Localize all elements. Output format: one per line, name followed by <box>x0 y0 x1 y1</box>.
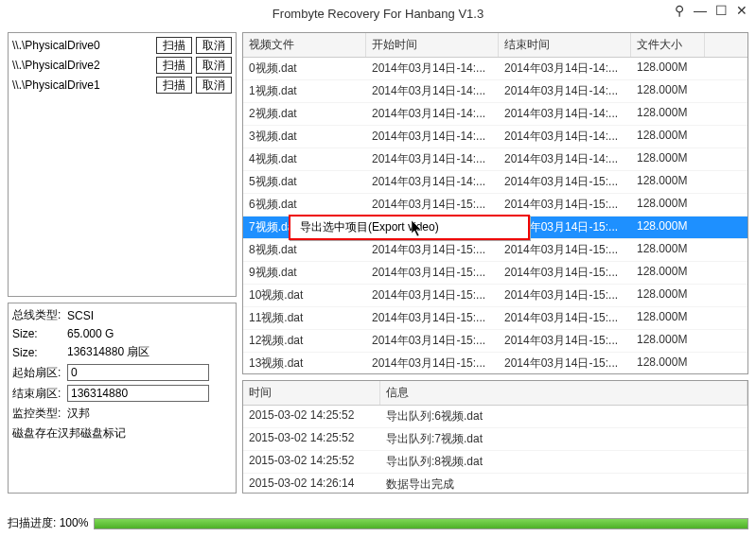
table-row[interactable]: 9视频.dat2014年03月14日-15:...2014年03月14日-15:… <box>243 262 747 285</box>
log-row[interactable]: 2015-03-02 14:25:52导出队列:7视频.dat <box>243 428 747 451</box>
cell-end: 2014年03月14日-15:... <box>499 307 631 329</box>
col-time[interactable]: 时间 <box>243 381 380 405</box>
cancel-button[interactable]: 取消 <box>196 77 232 94</box>
export-video-menu-item[interactable]: 导出选中项目(Export video) <box>290 217 528 238</box>
end-sector-label: 结束扇区: <box>12 386 67 402</box>
cell-end: 2014年03月14日-14:... <box>499 58 631 79</box>
scan-button[interactable]: 扫描 <box>156 57 192 74</box>
col-size[interactable]: 文件大小 <box>631 33 705 57</box>
log-grid-body[interactable]: 2015-03-02 14:25:52导出队列:6视频.dat2015-03-0… <box>243 406 747 494</box>
cell-size: 128.000M <box>631 330 705 352</box>
drive-name[interactable]: \\.\PhysicalDrive1 <box>12 78 152 92</box>
table-row[interactable]: 0视频.dat2014年03月14日-14:...2014年03月14日-14:… <box>243 58 747 80</box>
status-bar: 扫描进度: 100% <box>8 515 748 531</box>
cell-size: 128.000M <box>631 239 705 261</box>
cancel-button[interactable]: 取消 <box>196 37 232 54</box>
disk-info-panel: 总线类型:SCSI Size:65.000 G Size:136314880 扇… <box>8 303 237 494</box>
cell-size: 128.000M <box>631 126 705 147</box>
log-row[interactable]: 2015-03-02 14:26:14数据导出完成 <box>243 474 747 494</box>
table-row[interactable]: 4视频.dat2014年03月14日-14:...2014年03月14日-14:… <box>243 148 747 171</box>
cell-time: 2015-03-02 14:26:14 <box>243 474 380 494</box>
start-sector-input[interactable] <box>67 364 209 381</box>
log-grid: 时间 信息 2015-03-02 14:25:52导出队列:6视频.dat201… <box>242 380 748 494</box>
col-msg[interactable]: 信息 <box>380 381 747 405</box>
col-name[interactable]: 视频文件 <box>243 33 366 57</box>
drive-row: \\.\PhysicalDrive2扫描取消 <box>12 57 232 74</box>
drive-name[interactable]: \\.\PhysicalDrive0 <box>12 39 152 52</box>
cell-msg: 导出队列:7视频.dat <box>380 428 747 450</box>
disk-mark-text: 磁盘存在汉邦磁盘标记 <box>12 425 232 442</box>
log-grid-header: 时间 信息 <box>243 381 747 406</box>
cell-size: 128.000M <box>631 353 705 374</box>
cell-end: 2014年03月14日-14:... <box>499 103 631 125</box>
cell-time: 2015-03-02 14:25:52 <box>243 406 380 427</box>
cell-size: 128.000M <box>631 80 705 102</box>
cell-name: 11视频.dat <box>243 307 366 329</box>
size-g-value: 65.000 G <box>67 327 232 340</box>
cell-name: 13视频.dat <box>243 353 366 374</box>
table-row[interactable]: 11视频.dat2014年03月14日-15:...2014年03月14日-15… <box>243 307 747 330</box>
cell-end: 2014年03月14日-14:... <box>499 80 631 102</box>
table-row[interactable]: 13视频.dat2014年03月14日-15:...2014年03月14日-15… <box>243 353 747 374</box>
col-end[interactable]: 结束时间 <box>499 33 631 57</box>
cell-name: 6视频.dat <box>243 194 366 216</box>
table-row[interactable]: 8视频.dat2014年03月14日-15:...2014年03月14日-15:… <box>243 239 747 262</box>
table-row[interactable]: 6视频.dat2014年03月14日-15:...2014年03月14日-15:… <box>243 194 747 217</box>
cell-start: 2014年03月14日-14:... <box>366 171 499 193</box>
log-row[interactable]: 2015-03-02 14:25:52导出队列:8视频.dat <box>243 451 747 474</box>
close-icon[interactable]: ✕ <box>735 4 748 17</box>
maximize-icon[interactable]: ☐ <box>714 4 728 17</box>
scan-button[interactable]: 扫描 <box>156 77 192 94</box>
scan-progress-label: 扫描进度: 100% <box>8 515 88 531</box>
table-row[interactable]: 3视频.dat2014年03月14日-14:...2014年03月14日-14:… <box>243 126 747 148</box>
cell-start: 2014年03月14日-14:... <box>366 103 499 125</box>
size-label: Size: <box>12 327 67 340</box>
cell-name: 12视频.dat <box>243 330 366 352</box>
window-controls: ⚲ — ☐ ✕ <box>673 4 748 17</box>
cell-start: 2014年03月14日-15:... <box>366 262 499 284</box>
cell-start: 2014年03月14日-15:... <box>366 194 499 216</box>
table-row[interactable]: 5视频.dat2014年03月14日-14:...2014年03月14日-15:… <box>243 171 747 194</box>
cell-end: 2014年03月14日-15:... <box>499 171 631 193</box>
col-start[interactable]: 开始时间 <box>366 33 499 57</box>
scan-button[interactable]: 扫描 <box>156 37 192 54</box>
cell-name: 2视频.dat <box>243 103 366 125</box>
progress-bar <box>94 518 748 529</box>
bus-label: 总线类型: <box>12 307 67 323</box>
cell-size: 128.000M <box>631 217 705 238</box>
drive-name[interactable]: \\.\PhysicalDrive2 <box>12 59 152 72</box>
cancel-button[interactable]: 取消 <box>196 57 232 74</box>
cell-size: 128.000M <box>631 262 705 284</box>
end-sector-input[interactable] <box>67 385 209 402</box>
cell-end: 2014年03月14日-15:... <box>499 353 631 374</box>
minimize-icon[interactable]: — <box>694 4 707 17</box>
cell-start: 2014年03月14日-14:... <box>366 80 499 102</box>
log-row[interactable]: 2015-03-02 14:25:52导出队列:6视频.dat <box>243 406 747 428</box>
cell-end: 2014年03月14日-15:... <box>499 330 631 352</box>
cell-start: 2014年03月14日-14:... <box>366 58 499 79</box>
cell-end: 2014年03月14日-15:... <box>499 262 631 284</box>
drive-list-panel: \\.\PhysicalDrive0扫描取消\\.\PhysicalDrive2… <box>8 32 237 297</box>
cell-size: 128.000M <box>631 307 705 329</box>
cell-size: 128.000M <box>631 194 705 216</box>
drive-row: \\.\PhysicalDrive1扫描取消 <box>12 77 232 94</box>
table-row[interactable]: 12视频.dat2014年03月14日-15:...2014年03月14日-15… <box>243 330 747 353</box>
cell-name: 9视频.dat <box>243 262 366 284</box>
cell-msg: 导出队列:6视频.dat <box>380 406 747 427</box>
table-row[interactable]: 2视频.dat2014年03月14日-14:...2014年03月14日-14:… <box>243 103 747 126</box>
file-grid-header: 视频文件 开始时间 结束时间 文件大小 <box>243 33 747 58</box>
cell-size: 128.000M <box>631 171 705 193</box>
table-row[interactable]: 10视频.dat2014年03月14日-15:...2014年03月14日-15… <box>243 285 747 307</box>
context-menu: 导出选中项目(Export video) <box>289 215 530 240</box>
progress-fill <box>95 519 747 528</box>
cell-start: 2014年03月14日-14:... <box>366 148 499 170</box>
pin-icon[interactable]: ⚲ <box>673 4 686 17</box>
cell-start: 2014年03月14日-15:... <box>366 307 499 329</box>
cell-name: 10视频.dat <box>243 285 366 306</box>
cell-name: 0视频.dat <box>243 58 366 79</box>
monitor-value: 汉邦 <box>67 406 232 422</box>
cell-name: 1视频.dat <box>243 80 366 102</box>
cell-start: 2014年03月14日-14:... <box>366 126 499 147</box>
cell-msg: 导出队列:8视频.dat <box>380 451 747 473</box>
table-row[interactable]: 1视频.dat2014年03月14日-14:...2014年03月14日-14:… <box>243 80 747 103</box>
